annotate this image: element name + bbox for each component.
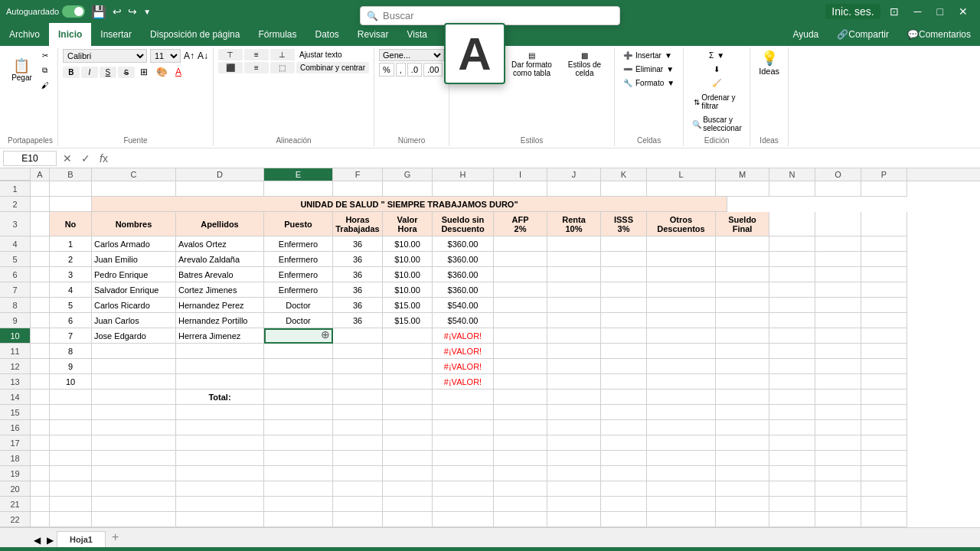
cell-e10[interactable]: ⊕ [264, 328, 333, 344]
cell-b9[interactable]: 6 [50, 313, 92, 328]
align-left-button[interactable]: ⬛ [218, 62, 243, 73]
row-header-14[interactable]: 14 [0, 390, 31, 405]
cell-c12[interactable] [92, 359, 176, 374]
cell-e12[interactable] [264, 359, 333, 374]
cell-g8[interactable]: $15.00 [383, 298, 433, 313]
row-header-19[interactable]: 19 [0, 466, 31, 481]
cell-d12[interactable] [176, 359, 264, 374]
cell-k12[interactable] [601, 359, 647, 374]
delete-button[interactable]: ➖ Eliminar ▼ [619, 63, 678, 76]
cell-g1[interactable] [383, 181, 433, 197]
cell-m4[interactable] [716, 236, 769, 252]
row-header-18[interactable]: 18 [0, 451, 31, 466]
cell-k1[interactable] [601, 181, 647, 197]
cell-c1[interactable] [92, 181, 176, 197]
cell-m13[interactable] [716, 374, 769, 390]
autosum-button[interactable]: Σ ▼ [704, 49, 729, 62]
cell-o5[interactable] [815, 252, 861, 267]
cell-c9[interactable]: Juan Carlos [92, 313, 176, 328]
cell-e1[interactable] [264, 181, 333, 197]
cell-i7[interactable] [494, 282, 547, 298]
col-header-h[interactable]: H [433, 168, 494, 181]
cell-f11[interactable] [333, 344, 383, 359]
cell-g11[interactable] [383, 344, 433, 359]
font-increase-button[interactable]: A↑ [184, 51, 194, 61]
cell-i13[interactable] [494, 374, 547, 390]
cell-f13[interactable] [333, 374, 383, 390]
row-header-20[interactable]: 20 [0, 481, 31, 497]
cell-j1[interactable] [547, 181, 601, 197]
cell-n3[interactable] [769, 212, 815, 236]
decrease-decimal-button[interactable]: .00 [423, 63, 443, 77]
cell-k7[interactable] [601, 282, 647, 298]
cell-title[interactable]: UNIDAD DE SALUD " SIEMPRE TRABAJAMOS DUR… [92, 197, 727, 212]
row-header-15[interactable]: 15 [0, 405, 31, 420]
cell-c7[interactable]: Salvador Enrique [92, 282, 176, 298]
autosum-dropdown[interactable]: ▼ [717, 51, 724, 60]
format-table-button[interactable]: ▤ Dar formato como tabla [507, 49, 557, 80]
cell-l7[interactable] [647, 282, 716, 298]
insert-button[interactable]: ➕ Insertar ▼ [619, 49, 678, 62]
cell-f14[interactable] [333, 390, 383, 405]
cell-i12[interactable] [494, 359, 547, 374]
cell-d10[interactable]: Herrera Jimenez [176, 328, 264, 344]
cell-g10[interactable] [383, 328, 433, 344]
cell-l8[interactable] [647, 298, 716, 313]
cell-d4[interactable]: Avalos Ortez [176, 236, 264, 252]
cell-a7[interactable] [31, 282, 50, 298]
cell-e11[interactable] [264, 344, 333, 359]
col-header-j[interactable]: J [547, 168, 601, 181]
quick-access-dropdown[interactable]: ▼ [143, 8, 151, 16]
cell-n5[interactable] [769, 252, 815, 267]
row-header-10[interactable]: 10 [0, 328, 31, 344]
cell-l3[interactable]: OtrosDescuentos [647, 212, 716, 236]
cell-l5[interactable] [647, 252, 716, 267]
col-header-p[interactable]: P [861, 168, 907, 181]
cell-d6[interactable]: Batres Arevalo [176, 267, 264, 282]
cell-h12[interactable]: #¡VALOR! [433, 359, 494, 374]
cell-d11[interactable] [176, 344, 264, 359]
row-header-5[interactable]: 5 [0, 252, 31, 267]
cell-b11[interactable]: 8 [50, 344, 92, 359]
minimize-button[interactable]: ─ [908, 4, 928, 19]
col-header-l[interactable]: L [647, 168, 716, 181]
italic-button[interactable]: I [81, 67, 98, 78]
delete-dropdown[interactable]: ▼ [666, 65, 674, 73]
cell-c13[interactable] [92, 374, 176, 390]
row-header-17[interactable]: 17 [0, 435, 31, 451]
cell-f7[interactable]: 36 [333, 282, 383, 298]
cell-n7[interactable] [769, 282, 815, 298]
cell-p1[interactable] [861, 181, 907, 197]
tab-ayuda[interactable]: Ayuda [783, 23, 828, 46]
cell-g12[interactable] [383, 359, 433, 374]
cell-h10[interactable]: #¡VALOR! [433, 328, 494, 344]
col-header-f[interactable]: F [333, 168, 383, 181]
share-button[interactable]: 🔗 Compartir [828, 23, 898, 46]
cell-f3[interactable]: HorasTrabajadas [333, 212, 383, 236]
sheet-tab-hoja1[interactable]: Hoja1 [57, 531, 106, 547]
cell-m12[interactable] [716, 359, 769, 374]
cell-e4[interactable]: Enfermero [264, 236, 333, 252]
cell-c8[interactable]: Carlos Ricardo [92, 298, 176, 313]
percent-button[interactable]: % [379, 63, 394, 77]
col-header-e[interactable]: E [264, 168, 333, 181]
strikethrough-button[interactable]: S̶ [118, 67, 135, 78]
cell-i1[interactable] [494, 181, 547, 197]
cell-m7[interactable] [716, 282, 769, 298]
cell-a4[interactable] [31, 236, 50, 252]
format-dropdown[interactable]: ▼ [667, 79, 675, 87]
cell-m6[interactable] [716, 267, 769, 282]
ideas-button[interactable]: 💡 Ideas [755, 49, 783, 78]
tab-revisar[interactable]: Revisar [348, 23, 398, 46]
row-header-16[interactable]: 16 [0, 420, 31, 435]
cell-i6[interactable] [494, 267, 547, 282]
increase-decimal-button[interactable]: .0 [407, 63, 422, 77]
insert-dropdown[interactable]: ▼ [665, 51, 672, 60]
cell-e9[interactable]: Doctor [264, 313, 333, 328]
cell-c3[interactable]: Nombres [92, 212, 176, 236]
row-header-4[interactable]: 4 [0, 236, 31, 252]
cell-f8[interactable]: 36 [333, 298, 383, 313]
col-header-i[interactable]: I [494, 168, 547, 181]
col-header-m[interactable]: M [716, 168, 769, 181]
cell-reference-input[interactable] [3, 151, 57, 166]
